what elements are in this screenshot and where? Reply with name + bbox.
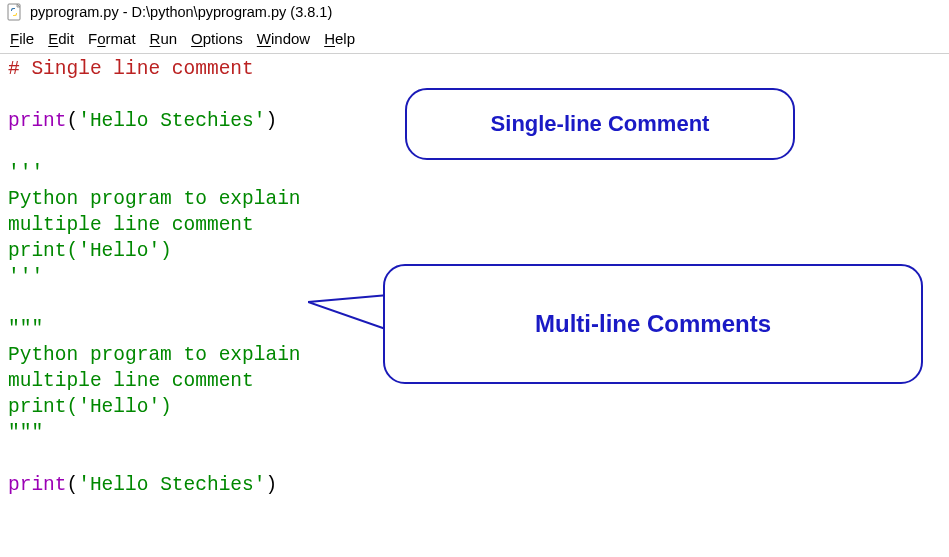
code-line: """ [8, 422, 43, 444]
code-token: 'Hello Stechies' [78, 474, 265, 496]
menu-run[interactable]: Run [150, 30, 178, 47]
code-line: Python program to explain [8, 188, 301, 210]
code-token: ) [265, 474, 277, 496]
code-line: print('Hello') [8, 396, 172, 418]
menu-format[interactable]: Format [88, 30, 136, 47]
code-token: ( [67, 474, 79, 496]
menu-file[interactable]: File [10, 30, 34, 47]
window-title: pyprogram.py - D:\python\pyprogram.py (3… [30, 4, 332, 20]
code-line: # Single line comment [8, 58, 254, 80]
code-line: multiple line comment [8, 214, 254, 236]
code-line: ''' [8, 266, 43, 288]
window-title-bar: pyprogram.py - D:\python\pyprogram.py (3… [0, 0, 949, 24]
annotation-label: Multi-line Comments [535, 310, 771, 338]
code-line: """ [8, 318, 43, 340]
code-token: ( [67, 110, 79, 132]
code-token: ) [265, 110, 277, 132]
code-token: 'Hello Stechies' [78, 110, 265, 132]
python-file-icon [6, 3, 24, 21]
annotation-label: Single-line Comment [491, 111, 710, 137]
menu-bar: File Edit Format Run Options Window Help [0, 24, 949, 54]
menu-edit[interactable]: Edit [48, 30, 74, 47]
menu-window[interactable]: Window [257, 30, 310, 47]
code-line: Python program to explain [8, 344, 301, 366]
menu-help[interactable]: Help [324, 30, 355, 47]
annotation-single-line: Single-line Comment [405, 88, 795, 160]
code-line: ''' [8, 162, 43, 184]
code-token: print [8, 474, 67, 496]
menu-options[interactable]: Options [191, 30, 243, 47]
code-line: print('Hello') [8, 240, 172, 262]
code-token: print [8, 110, 67, 132]
annotation-multi-line: Multi-line Comments [383, 264, 923, 384]
code-line: multiple line comment [8, 370, 254, 392]
